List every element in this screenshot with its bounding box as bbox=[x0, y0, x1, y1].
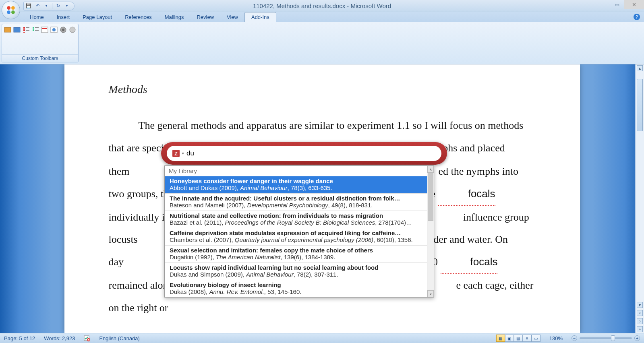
status-page[interactable]: Page: 5 of 12 bbox=[2, 335, 37, 341]
svg-rect-4 bbox=[4, 27, 11, 32]
zotero-scrollbar[interactable]: ∧ ∨ bbox=[427, 166, 434, 297]
zotero-result-item[interactable]: Sexual selection and imitation: females … bbox=[165, 245, 434, 262]
close-button[interactable]: ✕ bbox=[624, 0, 644, 9]
zotero-dropdown-icon[interactable]: ▾ bbox=[182, 151, 184, 155]
svg-point-2 bbox=[7, 10, 10, 14]
zotero-result-item[interactable]: Locusts show rapid individual learning b… bbox=[165, 262, 434, 280]
zoom-out-icon[interactable]: − bbox=[572, 335, 577, 341]
view-outline-button[interactable]: ≡ bbox=[523, 335, 532, 342]
zoom-slider[interactable]: − + bbox=[570, 335, 642, 341]
toolbar-icon-5[interactable] bbox=[41, 26, 49, 34]
svg-rect-11 bbox=[33, 27, 34, 29]
next-page-icon[interactable]: » bbox=[637, 326, 643, 332]
toolbar-icon-6[interactable] bbox=[50, 26, 58, 34]
tab-page-layout[interactable]: Page Layout bbox=[76, 12, 118, 22]
svg-point-1 bbox=[11, 6, 15, 10]
scroll-down-icon[interactable]: ▼ bbox=[637, 302, 643, 308]
zotero-result-title: Locusts show rapid individual learning b… bbox=[170, 264, 429, 271]
zotero-result-title: Nutritional state and collective motion:… bbox=[170, 212, 429, 219]
zoom-track[interactable] bbox=[580, 337, 632, 339]
svg-point-3 bbox=[11, 10, 15, 14]
zotero-result-meta: Bateson and Mameli (2007), Developmental… bbox=[170, 202, 429, 209]
window-controls: — ▭ ✕ bbox=[596, 0, 644, 9]
tab-review[interactable]: Review bbox=[190, 12, 220, 22]
zotero-logo-icon[interactable]: Z bbox=[172, 150, 180, 157]
prev-page-icon[interactable]: « bbox=[637, 310, 643, 316]
zotero-result-title: Honeybees consider flower danger in thei… bbox=[170, 178, 429, 184]
zotero-result-item[interactable]: Honeybees consider flower danger in thei… bbox=[165, 176, 434, 193]
dropdown-icon[interactable]: ▾ bbox=[43, 3, 50, 9]
zotero-result-item[interactable]: Nutritional state and collective motion:… bbox=[165, 211, 434, 228]
svg-point-0 bbox=[7, 6, 10, 10]
office-button[interactable] bbox=[2, 1, 20, 19]
toolbar-icon-1[interactable] bbox=[4, 26, 12, 34]
minimize-button[interactable]: — bbox=[596, 0, 610, 9]
status-zoom[interactable]: 130% bbox=[548, 335, 564, 341]
zotero-result-item[interactable]: Caffeine deprivation state modulates exp… bbox=[165, 228, 434, 245]
svg-rect-9 bbox=[26, 27, 29, 28]
zotero-result-meta: Bazazi et al. (2011), Proceedings of the… bbox=[170, 219, 429, 226]
zotero-result-meta: Dukas (2008), Annu. Rev. Entomol., 53, 1… bbox=[170, 288, 429, 295]
view-print-layout-button[interactable]: ▦ bbox=[496, 335, 505, 342]
zotero-result-meta: Chambers et al. (2007), Quarterly journa… bbox=[170, 236, 429, 243]
svg-rect-5 bbox=[14, 27, 20, 32]
status-words[interactable]: Words: 2,923 bbox=[42, 335, 77, 341]
zotero-result-title: The innate and the acquired: Useful clus… bbox=[170, 195, 429, 202]
view-web-layout-button[interactable]: ▤ bbox=[514, 335, 523, 342]
zotero-result-meta: Abbott and Dukas (2009), Animal Behaviou… bbox=[170, 184, 429, 191]
zoom-thumb[interactable] bbox=[611, 335, 615, 341]
svg-rect-10 bbox=[26, 30, 29, 31]
zotero-result-item[interactable]: Evolutionary biology of insect learningD… bbox=[165, 280, 434, 297]
toolbar-icon-4[interactable] bbox=[31, 26, 39, 34]
toolbar-icon-2[interactable] bbox=[13, 26, 21, 34]
save-icon[interactable]: 💾 bbox=[25, 3, 32, 9]
toolbar-icon-8[interactable] bbox=[68, 26, 77, 34]
scroll-thumb[interactable] bbox=[637, 79, 643, 131]
status-language[interactable]: English (Canada) bbox=[97, 335, 141, 341]
svg-rect-14 bbox=[35, 30, 39, 31]
svg-rect-12 bbox=[33, 29, 34, 31]
tab-add-ins[interactable]: Add-Ins bbox=[244, 12, 276, 22]
zotero-scroll-up-icon[interactable]: ∧ bbox=[427, 166, 434, 173]
title-bar: 💾 ↶ ▾ ↻ ▾ 110422, Methods and results.do… bbox=[0, 0, 644, 12]
zotero-scroll-thumb[interactable] bbox=[428, 173, 433, 221]
zoom-in-icon[interactable]: + bbox=[634, 335, 640, 341]
tab-references[interactable]: References bbox=[118, 12, 158, 22]
ribbon-tabs: Home Insert Page Layout References Maili… bbox=[0, 12, 644, 22]
undo-icon[interactable]: ↶ bbox=[34, 3, 41, 9]
ribbon-group-label: Custom Toolbars bbox=[2, 54, 78, 62]
ribbon: Custom Toolbars bbox=[0, 22, 644, 64]
qat-customize-icon[interactable]: ▾ bbox=[64, 3, 70, 9]
separator bbox=[52, 3, 52, 9]
scroll-up-icon[interactable]: ▲ bbox=[637, 65, 643, 71]
svg-rect-15 bbox=[41, 27, 48, 33]
view-full-screen-button[interactable]: ▣ bbox=[505, 335, 514, 342]
zotero-library-header: My Library bbox=[165, 166, 434, 176]
help-icon[interactable]: ? bbox=[634, 14, 640, 20]
zotero-citation-popup: Z ▾ My Library Honeybees consider flower… bbox=[161, 142, 447, 298]
status-proofing[interactable] bbox=[82, 335, 92, 341]
view-draft-button[interactable]: ▭ bbox=[532, 335, 540, 342]
tab-mailings[interactable]: Mailings bbox=[158, 12, 191, 22]
status-bar: Page: 5 of 12 Words: 2,923 English (Cana… bbox=[0, 333, 644, 343]
tab-home[interactable]: Home bbox=[23, 12, 50, 22]
zotero-result-item[interactable]: The innate and the acquired: Useful clus… bbox=[165, 193, 434, 211]
toolbar-icon-3[interactable] bbox=[22, 26, 30, 34]
svg-point-21 bbox=[70, 27, 75, 33]
toolbar-icon-7[interactable] bbox=[59, 26, 67, 34]
zotero-scroll-down-icon[interactable]: ∨ bbox=[427, 290, 434, 297]
vertical-scrollbar[interactable]: ▲ ▼ « ○ » bbox=[635, 64, 644, 333]
zotero-search-input[interactable] bbox=[186, 149, 436, 157]
redo-icon[interactable]: ↻ bbox=[55, 3, 61, 9]
zotero-search-bar: Z ▾ bbox=[161, 142, 447, 165]
maximize-button[interactable]: ▭ bbox=[610, 0, 624, 9]
view-buttons: ▦ ▣ ▤ ≡ ▭ bbox=[495, 335, 542, 342]
tab-insert[interactable]: Insert bbox=[50, 12, 77, 22]
browse-object-icon[interactable]: ○ bbox=[637, 318, 643, 324]
zotero-result-title: Caffeine deprivation state modulates exp… bbox=[170, 229, 429, 236]
svg-point-18 bbox=[52, 28, 56, 31]
zotero-results-list: My Library Honeybees consider flower dan… bbox=[164, 165, 434, 298]
svg-rect-13 bbox=[35, 27, 39, 28]
tab-view[interactable]: View bbox=[220, 12, 244, 22]
heading-methods: Methods bbox=[109, 83, 536, 96]
